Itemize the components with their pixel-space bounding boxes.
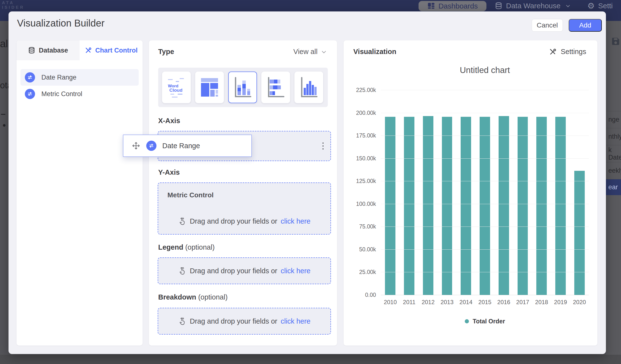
chart-type-column[interactable] — [294, 71, 323, 103]
list-item-label: Date Range — [41, 74, 76, 81]
y-tick-label: 175.00k — [356, 132, 376, 139]
brand-logo: ATA ISIDER — [2, 0, 25, 10]
x-tick-label: 2018 — [532, 299, 551, 306]
chart-y-axis-labels: 225.00k200.00k175.00k150.00k125.00k100.0… — [344, 90, 376, 295]
click-here-link[interactable]: click here — [281, 317, 310, 325]
modal-title: Visualization Builder — [17, 18, 104, 29]
y-tick-label: 100.00k — [356, 201, 376, 207]
drop-hint-text: Drag and drop your fields or — [190, 267, 277, 275]
bar-2019 — [555, 117, 566, 295]
bar-2012 — [423, 116, 433, 295]
y-tick-label: 25.00k — [359, 269, 376, 276]
navbar-items: Dashboards Data Warehouse ⚙ Setti — [418, 0, 621, 12]
list-item-date-range[interactable]: Date Range — [20, 69, 139, 86]
bar-slot — [381, 90, 400, 295]
backdrop-bottom-strip — [0, 355, 621, 364]
chart-x-axis-labels: 2010201120122013201420152016201720182019… — [381, 299, 589, 306]
bar-slot — [513, 90, 532, 295]
settings-button[interactable]: Settings — [549, 48, 586, 56]
tools-icon — [85, 47, 92, 54]
backdrop-bullet-fragment: ● — [2, 122, 6, 128]
bar-2017 — [518, 117, 528, 295]
x-tick-label: 2014 — [456, 299, 475, 306]
nav-link-label: Data Warehouse — [506, 2, 560, 10]
visualization-builder-modal: Visualization Builder Cancel Add Databas… — [9, 11, 606, 354]
x-tick-label: 2016 — [494, 299, 513, 306]
bar-slot — [418, 90, 437, 295]
nav-link-label: Setti — [598, 2, 613, 10]
tab-database[interactable]: Database — [17, 40, 80, 60]
bar-2010 — [385, 117, 396, 295]
tap-icon — [178, 217, 186, 225]
backdrop-menu-item: eekly — [606, 162, 621, 179]
database-icon — [495, 2, 502, 10]
sliders-icon — [146, 141, 156, 151]
click-here-link[interactable]: click here — [281, 267, 310, 275]
brand-line-1: ATA — [2, 0, 25, 5]
gridline — [381, 113, 589, 113]
backdrop-menu-item: nge — [606, 111, 621, 128]
x-tick-label: 2020 — [570, 299, 589, 306]
x-tick-label: 2010 — [381, 299, 400, 306]
gridline — [381, 295, 589, 295]
y-axis-dropzone[interactable]: Metric Control Drag and drop your fields… — [158, 182, 331, 235]
bar-2018 — [536, 117, 547, 295]
nav-item-data-warehouse[interactable]: Data Warehouse — [486, 2, 579, 10]
gridline — [381, 181, 589, 181]
visualization-panel: Visualization Settings Untitled chart 22… — [344, 40, 597, 346]
bar-2013 — [442, 117, 452, 295]
gridline — [381, 249, 589, 250]
bar-slot — [551, 90, 570, 295]
sliders-icon — [25, 89, 35, 99]
bar-2015 — [480, 117, 490, 295]
cancel-button[interactable]: Cancel — [532, 19, 563, 32]
chart-plot — [381, 90, 589, 295]
backdrop-menu-item: nthly — [606, 128, 621, 145]
database-icon — [28, 47, 35, 54]
chart-type-treemap[interactable] — [195, 71, 224, 103]
bar-2014 — [461, 117, 471, 295]
dragged-field-date-range[interactable]: Date Range — [123, 135, 252, 157]
backdrop-right-strip: nge nthly k Date eekly ear — [606, 21, 621, 355]
nav-tab-dashboards[interactable]: Dashboards — [418, 1, 487, 11]
fields-panel: Database Chart Control — [17, 40, 143, 346]
legend-dot — [465, 319, 469, 323]
x-tick-label: 2012 — [418, 299, 437, 306]
chevron-down-icon — [321, 49, 327, 55]
breakdown-dropzone[interactable]: Drag and drop your fields or click here — [158, 308, 331, 335]
y-tick-label: 0.00 — [365, 292, 376, 298]
bar-slot — [494, 90, 513, 295]
kebab-menu-icon[interactable] — [321, 141, 325, 151]
backdrop-menu-item: k Date — [606, 145, 621, 162]
chart-legend: Total Order — [381, 318, 589, 325]
backdrop-menu-fragments: nge nthly k Date eekly ear — [606, 111, 621, 195]
chart-type-stacked-column[interactable] — [228, 71, 257, 103]
add-button[interactable]: Add — [569, 19, 602, 32]
fields-panel-tabs: Database Chart Control — [17, 40, 143, 60]
nav-item-settings[interactable]: ⚙ Setti — [579, 2, 621, 10]
chart-type-list: Word Cloud — [158, 68, 328, 107]
chart-type-stacked-bar[interactable] — [261, 71, 290, 103]
bar-slot — [456, 90, 475, 295]
x-tick-label: 2011 — [400, 299, 419, 306]
backdrop-line-fragment — [1, 114, 5, 115]
x-tick-label: 2017 — [513, 299, 532, 306]
list-item-label: Metric Control — [41, 90, 82, 98]
backdrop-text-fragment: al — [0, 38, 8, 50]
tab-label: Chart Control — [95, 47, 138, 54]
tap-icon — [178, 267, 186, 275]
tab-chart-control[interactable]: Chart Control — [80, 40, 143, 60]
legend-dropzone[interactable]: Drag and drop your fields or click here — [158, 258, 331, 284]
tap-icon — [178, 317, 186, 325]
chart-bars — [381, 90, 589, 295]
x-tick-label: 2015 — [475, 299, 495, 306]
list-item-metric-control[interactable]: Metric Control — [20, 86, 139, 102]
y-tick-label: 200.00k — [356, 109, 376, 116]
drop-hint-text: Drag and drop your fields or — [190, 217, 277, 225]
x-tick-label: 2019 — [551, 299, 570, 306]
grid-icon — [427, 2, 435, 10]
chart-type-word-cloud[interactable]: Word Cloud — [162, 71, 191, 103]
click-here-link[interactable]: click here — [281, 217, 310, 225]
view-all-dropdown[interactable]: View all — [293, 48, 327, 56]
builder-panel: Type View all Word Cloud — [149, 40, 337, 346]
